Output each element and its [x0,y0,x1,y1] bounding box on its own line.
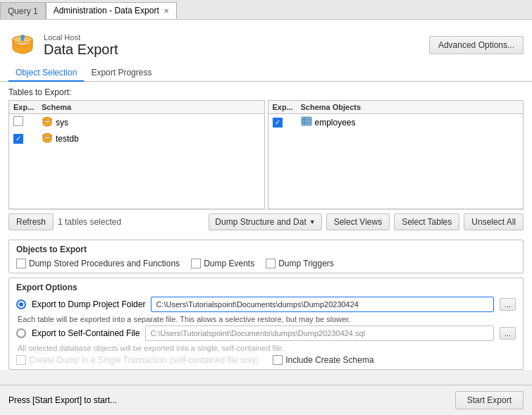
dump-events-checkbox[interactable] [191,259,201,268]
objects-options-row: Dump Stored Procedures and Functions Dum… [16,259,516,268]
unselect-all-button[interactable]: Unselect All [464,213,524,230]
dump-events-option[interactable]: Dump Events [191,259,254,268]
select-views-button[interactable]: Select Views [326,213,390,230]
sys-checkbox[interactable] [13,116,23,126]
self-contained-browse[interactable]: ... [500,327,516,340]
tables-container: Exp... Schema s [8,100,524,209]
header-title: Data Export [44,42,118,58]
col-schema-header: Schema [42,103,260,111]
schema-icon [42,132,53,145]
header-left: Local Host Data Export [8,31,118,59]
tab-object-selection[interactable]: Object Selection [8,65,84,82]
main-content: Local Host Data Export Advanced Options.… [0,20,532,370]
header-text: Local Host Data Export [44,33,118,58]
tab-bar: Query 1 Administration - Data Export ✕ [0,0,532,20]
dump-folder-hint: Each table will be exported into a separ… [16,315,516,323]
objects-panel-header: Exp... Schema Objects [268,101,524,114]
col-exp-obj-header: Exp... [273,103,301,111]
footer-hint: Press [Start Export] to start... [8,395,117,405]
include-schema-checkbox[interactable] [273,355,283,365]
self-contained-radio[interactable] [16,328,26,338]
export-options-section: Export Options Export to Dump Project Fo… [8,278,524,370]
schema-panel: Exp... Schema s [8,100,265,209]
col-objects-header: Schema Objects [301,103,519,111]
dump-triggers-checkbox[interactable] [266,259,276,268]
self-contained-row: Export to Self-Contained File ... [16,326,516,341]
dump-folder-radio[interactable] [16,299,26,309]
svg-point-3 [43,118,51,121]
tables-section-title: Tables to Export: [8,87,524,97]
chevron-down-icon: ▼ [309,218,316,225]
self-contained-hint: All selected database objects will be ex… [16,344,516,352]
status-text: 1 tables selected [58,217,204,227]
sys-row-name: sys [42,116,260,129]
single-transaction-option: Create Dump in a Single Transaction (sel… [16,355,259,365]
table-row: employees [268,114,524,130]
testdb-checkbox[interactable] [13,134,23,144]
single-transaction-checkbox [16,355,26,365]
objects-panel: Exp... Schema Objects [268,100,524,209]
select-tables-button[interactable]: Select Tables [394,213,459,230]
start-export-button[interactable]: Start Export [455,391,524,409]
advanced-options-button[interactable]: Advanced Options... [429,36,524,54]
svg-rect-5 [302,117,311,125]
schema-icon [42,116,53,129]
objects-section-title: Objects to Export [16,244,516,254]
dump-procedures-option[interactable]: Dump Stored Procedures and Functions [16,259,180,268]
tab-data-export-label: Administration - Data Export [54,6,159,16]
tab-query1[interactable]: Query 1 [0,2,46,19]
dump-procedures-checkbox[interactable] [16,259,26,268]
footer: Press [Start Export] to start... Start E… [0,385,532,415]
tab-data-export[interactable]: Administration - Data Export ✕ [46,2,177,19]
export-section: Tables to Export: Exp... Schema [8,82,524,240]
dump-folder-row: Export to Dump Project Folder ... [16,297,516,312]
table-row: sys [9,114,264,130]
header: Local Host Data Export Advanced Options.… [8,27,524,65]
dump-mode-dropdown[interactable]: Dump Structure and Dat ▼ [209,213,321,230]
close-icon[interactable]: ✕ [163,7,169,15]
dump-folder-browse[interactable]: ... [500,298,516,311]
dump-triggers-option[interactable]: Dump Triggers [266,259,334,268]
self-contained-path[interactable] [145,326,493,341]
db-icon [8,31,37,59]
employees-checkbox[interactable] [273,118,283,128]
export-options-title: Export Options [16,283,516,292]
bottom-toolbar: Refresh 1 tables selected Dump Structure… [8,209,524,234]
objects-section: Objects to Export Dump Stored Procedures… [8,240,524,273]
header-subtitle: Local Host [44,33,118,42]
tab-query1-label: Query 1 [8,6,38,16]
section-tabs: Object Selection Export Progress [0,65,532,82]
dump-folder-path[interactable] [151,297,493,312]
refresh-button[interactable]: Refresh [8,213,54,230]
testdb-row-name: testdb [42,132,260,145]
self-contained-label: Export to Self-Contained File [32,328,140,338]
employees-row-name: employees [301,116,519,129]
table-icon [301,116,312,129]
schema-panel-header: Exp... Schema [9,101,264,114]
col-exp-header: Exp... [13,103,42,111]
dump-folder-label: Export to Dump Project Folder [32,299,145,309]
svg-point-4 [43,134,51,137]
include-schema-option[interactable]: Include Create Schema [273,355,373,365]
tab-export-progress[interactable]: Export Progress [84,65,159,82]
table-row: testdb [9,130,264,147]
